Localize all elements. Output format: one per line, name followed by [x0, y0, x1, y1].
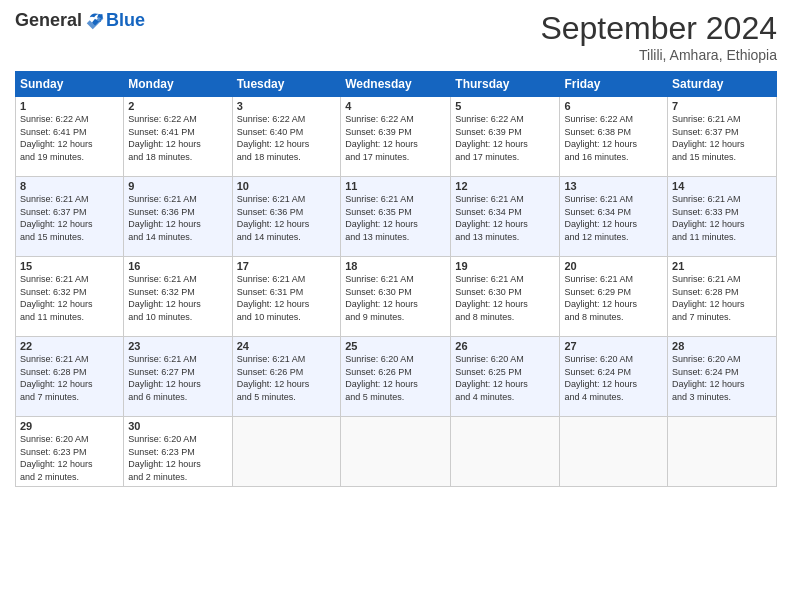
logo-general-text: General: [15, 10, 82, 31]
day-info: Sunrise: 6:21 AMSunset: 6:29 PMDaylight:…: [564, 273, 663, 323]
day-info: Sunrise: 6:21 AMSunset: 6:34 PMDaylight:…: [455, 193, 555, 243]
day-info: Sunrise: 6:22 AMSunset: 6:38 PMDaylight:…: [564, 113, 663, 163]
day-info: Sunrise: 6:20 AMSunset: 6:23 PMDaylight:…: [20, 433, 119, 483]
table-row: 3Sunrise: 6:22 AMSunset: 6:40 PMDaylight…: [232, 97, 341, 177]
day-number: 26: [455, 340, 555, 352]
table-row: [668, 417, 777, 487]
table-row: 29Sunrise: 6:20 AMSunset: 6:23 PMDayligh…: [16, 417, 124, 487]
day-info: Sunrise: 6:21 AMSunset: 6:31 PMDaylight:…: [237, 273, 337, 323]
table-row: 18Sunrise: 6:21 AMSunset: 6:30 PMDayligh…: [341, 257, 451, 337]
day-info: Sunrise: 6:22 AMSunset: 6:41 PMDaylight:…: [128, 113, 227, 163]
day-info: Sunrise: 6:21 AMSunset: 6:37 PMDaylight:…: [20, 193, 119, 243]
day-number: 27: [564, 340, 663, 352]
table-row: 13Sunrise: 6:21 AMSunset: 6:34 PMDayligh…: [560, 177, 668, 257]
day-info: Sunrise: 6:21 AMSunset: 6:34 PMDaylight:…: [564, 193, 663, 243]
day-number: 20: [564, 260, 663, 272]
table-row: 22Sunrise: 6:21 AMSunset: 6:28 PMDayligh…: [16, 337, 124, 417]
day-number: 8: [20, 180, 119, 192]
day-info: Sunrise: 6:21 AMSunset: 6:32 PMDaylight:…: [20, 273, 119, 323]
table-row: 17Sunrise: 6:21 AMSunset: 6:31 PMDayligh…: [232, 257, 341, 337]
title-block: September 2024 Tilili, Amhara, Ethiopia: [540, 10, 777, 63]
header: General Blue September 2024 Tilili, Amha…: [15, 10, 777, 63]
table-row: 2Sunrise: 6:22 AMSunset: 6:41 PMDaylight…: [124, 97, 232, 177]
day-number: 10: [237, 180, 337, 192]
table-row: [560, 417, 668, 487]
col-monday: Monday: [124, 72, 232, 97]
table-row: [232, 417, 341, 487]
logo: General Blue: [15, 10, 145, 31]
day-number: 25: [345, 340, 446, 352]
col-sunday: Sunday: [16, 72, 124, 97]
table-row: 11Sunrise: 6:21 AMSunset: 6:35 PMDayligh…: [341, 177, 451, 257]
table-row: 19Sunrise: 6:21 AMSunset: 6:30 PMDayligh…: [451, 257, 560, 337]
calendar-table: Sunday Monday Tuesday Wednesday Thursday…: [15, 71, 777, 487]
table-row: 24Sunrise: 6:21 AMSunset: 6:26 PMDayligh…: [232, 337, 341, 417]
calendar-header-row: Sunday Monday Tuesday Wednesday Thursday…: [16, 72, 777, 97]
table-row: [341, 417, 451, 487]
table-row: 16Sunrise: 6:21 AMSunset: 6:32 PMDayligh…: [124, 257, 232, 337]
day-info: Sunrise: 6:22 AMSunset: 6:41 PMDaylight:…: [20, 113, 119, 163]
day-number: 13: [564, 180, 663, 192]
day-number: 6: [564, 100, 663, 112]
location-subtitle: Tilili, Amhara, Ethiopia: [540, 47, 777, 63]
table-row: 9Sunrise: 6:21 AMSunset: 6:36 PMDaylight…: [124, 177, 232, 257]
day-number: 12: [455, 180, 555, 192]
table-row: [451, 417, 560, 487]
day-number: 5: [455, 100, 555, 112]
table-row: 4Sunrise: 6:22 AMSunset: 6:39 PMDaylight…: [341, 97, 451, 177]
calendar-week-row: 29Sunrise: 6:20 AMSunset: 6:23 PMDayligh…: [16, 417, 777, 487]
day-number: 23: [128, 340, 227, 352]
day-number: 9: [128, 180, 227, 192]
table-row: 12Sunrise: 6:21 AMSunset: 6:34 PMDayligh…: [451, 177, 560, 257]
day-info: Sunrise: 6:21 AMSunset: 6:36 PMDaylight:…: [128, 193, 227, 243]
day-info: Sunrise: 6:21 AMSunset: 6:32 PMDaylight:…: [128, 273, 227, 323]
table-row: 7Sunrise: 6:21 AMSunset: 6:37 PMDaylight…: [668, 97, 777, 177]
day-number: 7: [672, 100, 772, 112]
table-row: 23Sunrise: 6:21 AMSunset: 6:27 PMDayligh…: [124, 337, 232, 417]
day-number: 29: [20, 420, 119, 432]
table-row: 20Sunrise: 6:21 AMSunset: 6:29 PMDayligh…: [560, 257, 668, 337]
logo-bird-icon: [86, 12, 104, 30]
table-row: 27Sunrise: 6:20 AMSunset: 6:24 PMDayligh…: [560, 337, 668, 417]
day-number: 24: [237, 340, 337, 352]
table-row: 1Sunrise: 6:22 AMSunset: 6:41 PMDaylight…: [16, 97, 124, 177]
col-friday: Friday: [560, 72, 668, 97]
day-number: 21: [672, 260, 772, 272]
table-row: 21Sunrise: 6:21 AMSunset: 6:28 PMDayligh…: [668, 257, 777, 337]
table-row: 8Sunrise: 6:21 AMSunset: 6:37 PMDaylight…: [16, 177, 124, 257]
calendar-week-row: 8Sunrise: 6:21 AMSunset: 6:37 PMDaylight…: [16, 177, 777, 257]
calendar-week-row: 22Sunrise: 6:21 AMSunset: 6:28 PMDayligh…: [16, 337, 777, 417]
day-info: Sunrise: 6:20 AMSunset: 6:26 PMDaylight:…: [345, 353, 446, 403]
day-number: 14: [672, 180, 772, 192]
day-info: Sunrise: 6:21 AMSunset: 6:28 PMDaylight:…: [20, 353, 119, 403]
table-row: 10Sunrise: 6:21 AMSunset: 6:36 PMDayligh…: [232, 177, 341, 257]
month-title: September 2024: [540, 10, 777, 47]
day-info: Sunrise: 6:21 AMSunset: 6:30 PMDaylight:…: [455, 273, 555, 323]
day-info: Sunrise: 6:20 AMSunset: 6:24 PMDaylight:…: [672, 353, 772, 403]
table-row: 5Sunrise: 6:22 AMSunset: 6:39 PMDaylight…: [451, 97, 560, 177]
calendar-week-row: 1Sunrise: 6:22 AMSunset: 6:41 PMDaylight…: [16, 97, 777, 177]
day-info: Sunrise: 6:21 AMSunset: 6:28 PMDaylight:…: [672, 273, 772, 323]
day-number: 15: [20, 260, 119, 272]
day-number: 2: [128, 100, 227, 112]
page: General Blue September 2024 Tilili, Amha…: [0, 0, 792, 612]
day-info: Sunrise: 6:21 AMSunset: 6:36 PMDaylight:…: [237, 193, 337, 243]
day-number: 17: [237, 260, 337, 272]
day-info: Sunrise: 6:21 AMSunset: 6:30 PMDaylight:…: [345, 273, 446, 323]
day-info: Sunrise: 6:21 AMSunset: 6:37 PMDaylight:…: [672, 113, 772, 163]
day-info: Sunrise: 6:22 AMSunset: 6:39 PMDaylight:…: [455, 113, 555, 163]
day-info: Sunrise: 6:21 AMSunset: 6:26 PMDaylight:…: [237, 353, 337, 403]
day-number: 11: [345, 180, 446, 192]
logo-blue-text: Blue: [106, 10, 145, 31]
day-number: 16: [128, 260, 227, 272]
day-info: Sunrise: 6:21 AMSunset: 6:33 PMDaylight:…: [672, 193, 772, 243]
day-info: Sunrise: 6:20 AMSunset: 6:24 PMDaylight:…: [564, 353, 663, 403]
day-number: 1: [20, 100, 119, 112]
col-tuesday: Tuesday: [232, 72, 341, 97]
table-row: 28Sunrise: 6:20 AMSunset: 6:24 PMDayligh…: [668, 337, 777, 417]
col-wednesday: Wednesday: [341, 72, 451, 97]
table-row: 6Sunrise: 6:22 AMSunset: 6:38 PMDaylight…: [560, 97, 668, 177]
day-number: 30: [128, 420, 227, 432]
col-thursday: Thursday: [451, 72, 560, 97]
day-number: 4: [345, 100, 446, 112]
